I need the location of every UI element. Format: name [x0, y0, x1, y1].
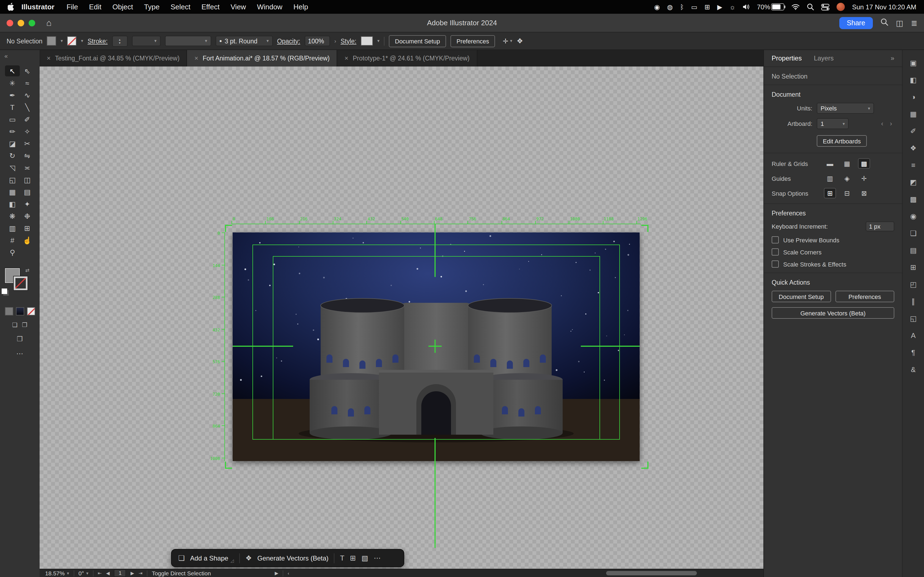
- home-icon[interactable]: ⌂: [46, 18, 52, 28]
- reflect-tool[interactable]: ⇋: [20, 150, 35, 161]
- pencil-tool[interactable]: ✏: [5, 126, 20, 137]
- checkbox-use-preview-bounds[interactable]: Use Preview Bounds: [772, 236, 894, 243]
- quick-generate-vectors-button[interactable]: Generate Vectors (Beta): [772, 307, 894, 319]
- free-transform-tool[interactable]: ◱: [5, 174, 20, 185]
- none-mode-button[interactable]: [27, 307, 35, 316]
- stepper-down-icon[interactable]: ▾: [119, 41, 120, 44]
- last-artboard-button[interactable]: ⇥: [139, 571, 142, 576]
- swatches-panel-icon[interactable]: ▦: [907, 108, 920, 120]
- share-button[interactable]: Share: [839, 17, 873, 29]
- edit-toolbar-icon[interactable]: ⋯: [0, 350, 40, 358]
- scale-tool[interactable]: ◹: [5, 162, 20, 173]
- snap-to-pixel-icon[interactable]: ⊟: [842, 189, 853, 198]
- change-screen-mode-icon[interactable]: ❒: [0, 335, 40, 343]
- edit-artboards-button[interactable]: Edit Artboards: [817, 135, 867, 147]
- user-avatar[interactable]: [837, 3, 845, 11]
- magic-wand-tool[interactable]: ✳: [5, 77, 20, 89]
- menu-item-help[interactable]: Help: [288, 3, 314, 11]
- menu-item-view[interactable]: View: [225, 3, 252, 11]
- close-tab-icon[interactable]: ×: [47, 55, 51, 62]
- layers-panel-icon[interactable]: ▤: [907, 244, 920, 256]
- play-icon[interactable]: ▶: [717, 3, 722, 11]
- control-extras-icon[interactable]: ❖: [517, 37, 523, 45]
- lock-guides-icon[interactable]: ◈: [842, 174, 853, 183]
- pathfinder-panel-icon[interactable]: ◱: [907, 312, 920, 324]
- workspace-list-icon[interactable]: ≣: [911, 18, 918, 27]
- add-shape-icon[interactable]: ❏: [178, 554, 184, 562]
- scroll-left-icon[interactable]: ‹: [288, 571, 289, 576]
- preferences-button[interactable]: Preferences: [451, 35, 495, 47]
- smart-guides-icon[interactable]: ✛: [859, 174, 869, 183]
- control-center-icon[interactable]: [821, 3, 830, 10]
- wifi-icon[interactable]: [792, 4, 800, 10]
- show-guides-icon[interactable]: ▥: [824, 174, 835, 183]
- status-hint-field[interactable]: Toggle Direct Selection ▶: [152, 570, 278, 577]
- chevron-down-icon[interactable]: ▾: [510, 39, 512, 44]
- drag-grip-icon[interactable]: ◿: [231, 558, 234, 563]
- battery-indicator[interactable]: 70%: [757, 3, 784, 11]
- lasso-tool[interactable]: ≈: [20, 77, 35, 89]
- style-swatch[interactable]: [361, 36, 373, 46]
- appearance-panel-icon[interactable]: ◉: [907, 210, 920, 222]
- glyphs-panel-icon[interactable]: &: [907, 363, 920, 376]
- paragraph-panel-icon[interactable]: ¶: [907, 346, 920, 358]
- previous-artboard-icon[interactable]: ‹: [881, 120, 883, 127]
- pen-tool[interactable]: ✒: [5, 90, 20, 101]
- line-segment-tool[interactable]: ╲: [20, 102, 35, 113]
- place-image-icon[interactable]: ▧: [361, 554, 368, 562]
- tab-layers[interactable]: Layers: [814, 55, 834, 62]
- artboard-tool-icon[interactable]: ⊞: [350, 554, 356, 562]
- gradient-panel-icon[interactable]: ◩: [907, 176, 920, 188]
- checkbox-icon[interactable]: [772, 236, 779, 243]
- bluetooth-icon[interactable]: ᛒ: [680, 3, 684, 11]
- window-grid-icon[interactable]: ⊞: [704, 3, 710, 11]
- libraries-panel-icon[interactable]: ▣: [907, 56, 920, 69]
- type-tool[interactable]: T: [5, 102, 20, 113]
- volume-icon[interactable]: [743, 4, 750, 10]
- artboards-panel-icon[interactable]: ⊞: [907, 261, 920, 273]
- quick-preferences-button[interactable]: Preferences: [835, 291, 894, 302]
- zoom-window-button[interactable]: [29, 19, 35, 26]
- snapping-options-icon[interactable]: ✛: [503, 37, 509, 45]
- checkbox-scale-corners[interactable]: Scale Corners: [772, 248, 894, 256]
- style-link[interactable]: Style:: [341, 38, 356, 44]
- stroke-indicator-swatch[interactable]: [14, 276, 27, 290]
- stroke-color-swatch[interactable]: [67, 36, 76, 46]
- hint-next-icon[interactable]: ▶: [275, 571, 278, 576]
- draw-behind-icon[interactable]: ❐: [22, 321, 27, 329]
- search-icon[interactable]: [880, 18, 888, 27]
- menu-item-type[interactable]: Type: [139, 3, 165, 11]
- first-artboard-button[interactable]: ⇤: [98, 571, 102, 576]
- rotation-select[interactable]: 0° ▾: [78, 570, 88, 577]
- show-grid-icon[interactable]: ▦: [842, 159, 853, 168]
- direct-selection-tool[interactable]: ⇖: [20, 65, 35, 76]
- opacity-link[interactable]: Opacity:: [277, 38, 300, 44]
- quick-document-setup-button[interactable]: Document Setup: [772, 291, 831, 302]
- rotate-tool[interactable]: ↻: [5, 150, 20, 161]
- assistant-icon[interactable]: ◍: [667, 3, 673, 11]
- snap-to-point-icon[interactable]: ⊠: [859, 189, 869, 198]
- spotlight-icon[interactable]: [807, 3, 814, 10]
- close-tab-icon[interactable]: ×: [194, 55, 198, 62]
- default-fill-stroke-icon[interactable]: [2, 288, 7, 294]
- fill-chevron-icon[interactable]: ▾: [60, 39, 63, 44]
- color-guide-panel-icon[interactable]: ◑: [907, 91, 920, 103]
- color-mode-button[interactable]: [5, 307, 13, 316]
- graph-tool[interactable]: ▥: [5, 222, 20, 234]
- workspace-columns-icon[interactable]: ◫: [896, 18, 903, 27]
- menu-item-effect[interactable]: Effect: [196, 3, 225, 11]
- collapse-toolbar-button[interactable]: «: [5, 53, 8, 60]
- document-setup-button[interactable]: Document Setup: [389, 35, 446, 47]
- style-chevron-icon[interactable]: ▾: [377, 39, 380, 44]
- add-shape-button[interactable]: Add a Shape: [190, 554, 228, 562]
- eraser-tool[interactable]: ◪: [5, 138, 20, 149]
- brushes-panel-icon[interactable]: ✐: [907, 125, 920, 137]
- asset-export-panel-icon[interactable]: ◰: [907, 278, 920, 290]
- sparkle-icon[interactable]: ❖: [245, 554, 252, 562]
- opacity-input[interactable]: 100%: [305, 36, 330, 46]
- artboard-tool[interactable]: ⊞: [20, 222, 35, 234]
- transparency-panel-icon[interactable]: ▩: [907, 193, 920, 205]
- draw-normal-icon[interactable]: ❏: [12, 321, 18, 329]
- shape-builder-tool[interactable]: ◫: [20, 174, 35, 185]
- capture-icon[interactable]: ◉: [654, 3, 660, 11]
